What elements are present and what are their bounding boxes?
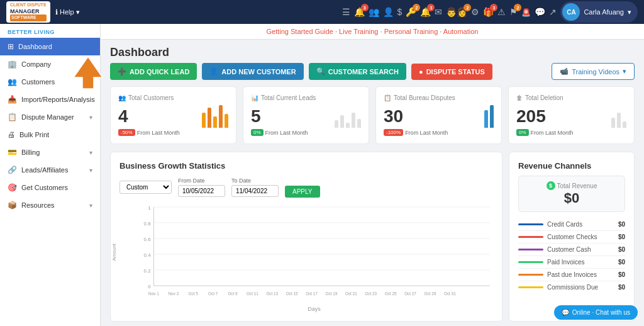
mini-chart-deletion [611, 103, 626, 128]
sidebar-item-dashboard[interactable]: ⊞ Dashboard [0, 38, 100, 55]
commissions-color-line [518, 286, 543, 288]
add-new-customer-label: ADD NEW CUSTOMER [221, 68, 296, 76]
company-chevron-icon: ▾ [89, 61, 92, 68]
change-text-deletion: From Last Month [531, 130, 574, 136]
person-icon-btn[interactable]: 👤 [383, 7, 394, 17]
stat-label-deletion: 🗑 Total Deletion [516, 94, 626, 101]
stat-card-disputes: 📋 Total Bureau Disputes 30 -100% From La… [375, 86, 502, 144]
x-axis-label: Days [135, 306, 493, 312]
revenue-item-checks: Customer Checks $0 [518, 231, 625, 244]
dollar-icon-btn[interactable]: $ [397, 7, 402, 17]
sidebar-item-bulkprint[interactable]: 🖨 Bulk Print [0, 126, 100, 143]
svg-text:Oct 31: Oct 31 [444, 291, 456, 296]
pastdue-amount: $0 [618, 271, 625, 278]
change-text-customers: From Last Month [137, 130, 180, 136]
pastdue-label: Past due Invoices [547, 271, 597, 278]
training-videos-label: Training Videos [572, 68, 619, 76]
svg-text:Nov 3: Nov 3 [169, 291, 179, 296]
sidebar-item-resources[interactable]: 📦 Resources ▾ [0, 196, 100, 214]
gift-icon-btn[interactable]: 🎁3 [483, 7, 494, 17]
stat-label-customers: 👥 Total Customers [118, 94, 228, 101]
sidebar-item-billing[interactable]: 💳 Billing ▾ [0, 143, 100, 161]
user-menu[interactable]: CA Carla Afuang ▾ [560, 1, 638, 23]
svg-text:0: 0 [148, 284, 151, 289]
change-badge-customers: -50% [118, 129, 135, 136]
users-icon-btn[interactable]: 👥 [369, 7, 379, 17]
sidebar-item-label-getcustomers: Get Customers [21, 184, 68, 191]
checks-label: Customer Checks [547, 233, 597, 240]
dispute-status-button[interactable]: ● DISPUTE STATUS [411, 64, 492, 80]
menu-icon-btn[interactable]: ☰ [342, 7, 350, 17]
customers-chevron-icon: ▾ [89, 79, 92, 86]
chat2-icon-btn[interactable]: 💬 [535, 7, 545, 17]
mini-chart-leads [335, 103, 361, 128]
chat-button[interactable]: 💬 Online · Chat with us [554, 305, 638, 320]
settings-icon-btn[interactable]: ⚙ [471, 7, 479, 17]
revenue-item-commissions: Commissions Due $0 [518, 281, 625, 293]
sidebar-item-getcustomers[interactable]: 🎯 Get Customers [0, 179, 100, 196]
dispute-icon: 📋 [8, 113, 17, 121]
bell2-icon-btn[interactable]: 🔔3 [420, 7, 431, 17]
flag-icon-btn[interactable]: ⚑2 [509, 7, 518, 17]
svg-text:Oct 27: Oct 27 [404, 291, 416, 296]
svg-text:0.4: 0.4 [144, 252, 151, 258]
action-buttons-row: ➕ ADD QUICK LEAD 👤 ADD NEW CUSTOMER 🔍 CU… [101, 63, 644, 86]
getcustomers-icon: 🎯 [8, 183, 17, 192]
notification-icon-btn[interactable]: 🔔3 [354, 7, 365, 17]
alert-icon-btn[interactable]: 🚨 [521, 7, 531, 17]
add-new-customer-button[interactable]: 👤 ADD NEW CUSTOMER [202, 63, 303, 80]
stat-change-leads: 0% From Last Month [251, 129, 361, 136]
revenue-card: Revenue Channels $ Total Revenue $0 Cred… [509, 152, 635, 322]
billing-icon: 💳 [8, 148, 17, 157]
sidebar-item-dispute[interactable]: 📋 Dispute Manager ▾ [0, 108, 100, 126]
separator3: · [438, 28, 443, 35]
stat-card-deletion: 🗑 Total Deletion 205 0% From Last Month [508, 86, 635, 144]
change-badge-leads: 0% [251, 129, 264, 136]
mini-chart-customers [202, 103, 228, 128]
paid-label: Paid Invoices [547, 259, 584, 266]
stat-card-customers: 👥 Total Customers 4 -50% From Last Month [110, 86, 236, 144]
key-icon-btn[interactable]: 🔑2 [406, 7, 416, 17]
cash-amount: $0 [618, 246, 625, 253]
add-quick-lead-button[interactable]: ➕ ADD QUICK LEAD [110, 63, 197, 80]
app-logo[interactable]: CLIENT DISPUTE MANAGER SOFTWARE [6, 1, 50, 23]
leads-chevron-icon: ▾ [89, 167, 92, 174]
sidebar-item-company[interactable]: 🏢 Company ▾ [0, 55, 100, 73]
stat-change-customers: -50% From Last Month [118, 129, 228, 136]
sidebar-item-customers[interactable]: 👥 Customers ▾ [0, 73, 100, 91]
automation-link[interactable]: Automation [443, 28, 479, 35]
resources-icon: 📦 [8, 201, 17, 210]
warning-icon-btn[interactable]: ⚠ [497, 7, 506, 17]
revenue-title: Revenue Channels [518, 161, 625, 171]
revenue-item-paid: Paid Invoices $0 [518, 256, 625, 269]
video-icon: 📹 [560, 67, 569, 76]
date-range-select[interactable]: Custom [119, 181, 172, 194]
customer-search-label: CUSTOMER SEARCH [328, 68, 399, 76]
share-icon-btn[interactable]: ↗ [549, 7, 557, 17]
svg-text:Oct 19: Oct 19 [326, 291, 338, 296]
svg-text:Oct 11: Oct 11 [247, 291, 258, 296]
customer-search-button[interactable]: 🔍 CUSTOMER SEARCH [309, 63, 406, 80]
total-revenue-label: $ Total Revenue [524, 181, 619, 190]
sidebar-item-import[interactable]: 📥 Import/Reports/Analysis [0, 91, 100, 108]
revenue-item-cash: Customer Cash $0 [518, 244, 625, 256]
personal-training-link[interactable]: Personal Training [384, 28, 438, 35]
cash-label: Customer Cash [547, 246, 591, 253]
live-training-link[interactable]: Live Training [339, 28, 378, 35]
training-videos-button[interactable]: 📹 Training Videos ▾ [552, 63, 635, 80]
help-menu[interactable]: ℹ Help ▾ [55, 8, 80, 16]
email-icon-btn[interactable]: ✉ [435, 7, 442, 17]
pastdue-color-line [518, 274, 543, 276]
sidebar-item-leads[interactable]: 🔗 Leads/Affiliates ▾ [0, 161, 100, 179]
getting-started-link[interactable]: Getting Started Guide [267, 28, 333, 35]
import-icon: 📥 [8, 95, 17, 104]
stat-value-deletion: 205 [516, 106, 626, 126]
chart-area: 1 0.8 0.6 0.4 0.2 0 Nov 1 Nov 3 Oct 5 Oc… [135, 204, 493, 305]
commissions-amount: $0 [618, 284, 625, 291]
cc-amount: $0 [618, 221, 625, 228]
apply-button[interactable]: APPLY [285, 186, 320, 198]
to-date-input[interactable] [231, 185, 279, 197]
from-date-input[interactable] [178, 185, 225, 197]
help-label: Help [60, 8, 74, 16]
group-icon-btn[interactable]: 👨‍👩2 [446, 7, 467, 17]
